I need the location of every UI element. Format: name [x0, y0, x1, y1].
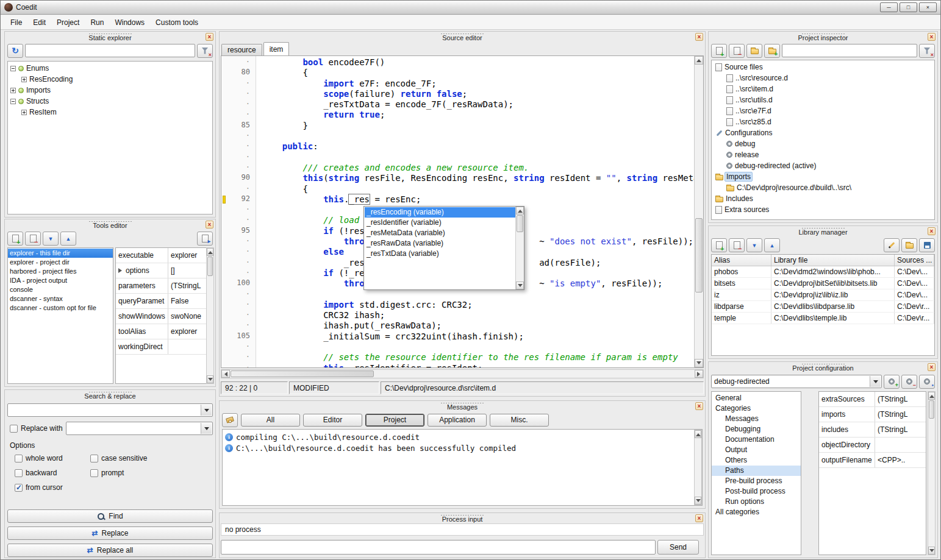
- tool-item-dscanner-syntax[interactable]: dscanner - syntax: [8, 294, 113, 303]
- property-row-objectdirectory[interactable]: objectDirectory: [819, 438, 926, 453]
- close-panel-button[interactable]: [928, 227, 936, 235]
- code-line[interactable]: [262, 289, 694, 300]
- category-output[interactable]: Output: [712, 445, 801, 455]
- code-line[interactable]: this(string resFile, ResEncoding resEnc,…: [262, 173, 694, 183]
- category-categories[interactable]: Categories: [712, 403, 801, 414]
- add-folder-button[interactable]: [764, 44, 780, 58]
- filter-application-button[interactable]: Application: [428, 414, 487, 427]
- library-row-phobos[interactable]: phobosC:\Dev\dmd2\windows\lib\phob...C:\…: [712, 266, 934, 278]
- scrollbar-thumb[interactable]: [207, 257, 213, 276]
- scroll-down-button[interactable]: [695, 359, 703, 367]
- tool-item-explorer-this-file-dir[interactable]: explorer - this file dir: [8, 249, 113, 258]
- replace-term-combobox[interactable]: [66, 422, 213, 435]
- checkbox-box[interactable]: [15, 455, 23, 463]
- code-line[interactable]: /// creates and encodes a new resource i…: [262, 163, 694, 173]
- checkbox-box[interactable]: [90, 469, 98, 477]
- scroll-up-button[interactable]: [695, 56, 703, 65]
- collapse-icon[interactable]: [10, 99, 16, 104]
- completion-item-resrawdata-variable[interactable]: _resRawData (variable): [365, 238, 515, 249]
- menu-custom-tools[interactable]: Custom tools: [151, 16, 203, 29]
- dropdown-button[interactable]: [870, 376, 881, 387]
- titlebar[interactable]: Coedit ─ □ ×: [1, 1, 940, 15]
- clear-filter-button[interactable]: ×: [919, 44, 935, 58]
- code-line[interactable]: [262, 131, 694, 141]
- inspector-src-e7f-d[interactable]: ..\src\e7F.d: [712, 105, 934, 116]
- scrollbar-thumb[interactable]: [929, 400, 934, 419]
- property-value[interactable]: (TStringL: [875, 407, 926, 422]
- scroll-down-button[interactable]: [207, 375, 213, 383]
- panel-header[interactable]: Project configuration: [709, 362, 937, 372]
- category-all-categories[interactable]: All categories: [712, 507, 801, 517]
- inspector-release[interactable]: release: [712, 149, 934, 160]
- tool-item-explorer-project-dir[interactable]: explorer - project dir: [8, 258, 113, 267]
- close-panel-button[interactable]: [928, 33, 936, 41]
- panel-header[interactable]: Process input: [220, 513, 705, 523]
- filter-all-button[interactable]: All: [241, 414, 300, 427]
- code-line[interactable]: {: [262, 68, 694, 78]
- checkbox-box[interactable]: [10, 425, 18, 433]
- code-line[interactable]: _resTxtData = encode_7F(_resRawData);: [262, 99, 694, 110]
- code-line[interactable]: CRC32 ihash;: [262, 310, 694, 321]
- replace-all-button[interactable]: Replace all: [7, 544, 213, 557]
- property-value[interactable]: explorer: [168, 324, 207, 339]
- option-from-cursor[interactable]: from cursor: [15, 480, 90, 495]
- property-value[interactable]: []: [168, 263, 207, 278]
- find-button[interactable]: Find: [7, 509, 213, 523]
- property-row-outputfilename[interactable]: outputFilename<CPP>..: [819, 453, 926, 468]
- filter-editor-button[interactable]: Editor: [303, 414, 362, 427]
- move-library-up-button[interactable]: [764, 238, 780, 252]
- remove-tool-button[interactable]: [25, 232, 41, 246]
- symbol-resencoding[interactable]: ResEncoding: [8, 74, 212, 85]
- scroll-down-button[interactable]: [516, 282, 524, 289]
- scrollbar-thumb[interactable]: [695, 218, 703, 293]
- category-debugging[interactable]: Debugging: [712, 424, 801, 434]
- move-tool-up-button[interactable]: [60, 232, 76, 246]
- property-row-includes[interactable]: includes(TStringL: [819, 422, 926, 438]
- code-line[interactable]: import std.digest.crc: CRC32;: [262, 300, 694, 310]
- configuration-scrollbar[interactable]: [928, 391, 936, 555]
- panel-header[interactable]: Source editor: [220, 32, 705, 41]
- property-row-imports[interactable]: imports(TStringL: [819, 407, 926, 422]
- inspector-src-z85-d[interactable]: ..\src\z85.d: [712, 116, 934, 127]
- category-others[interactable]: Others: [712, 455, 801, 466]
- editor-tab-resource[interactable]: resource: [221, 44, 262, 55]
- checkbox-box[interactable]: [15, 469, 23, 477]
- menu-run[interactable]: Run: [85, 16, 109, 29]
- property-row-parameters[interactable]: parameters(TStringL: [116, 278, 207, 294]
- code-line[interactable]: [262, 152, 694, 163]
- close-panel-button[interactable]: [206, 33, 213, 41]
- expand-icon[interactable]: [10, 88, 16, 93]
- option-backward[interactable]: backward: [15, 466, 90, 480]
- menu-edit[interactable]: Edit: [28, 16, 51, 29]
- code-line[interactable]: import e7F: encode_7F;: [262, 79, 694, 89]
- inspector-source-files[interactable]: Source files: [712, 62, 934, 73]
- property-value[interactable]: explorer: [168, 248, 207, 263]
- process-input-field[interactable]: [221, 540, 656, 555]
- scroll-up-button[interactable]: [516, 207, 524, 214]
- message-row[interactable]: compiling C:\...\build\resource.d.coedit: [223, 431, 702, 442]
- inspector-debug[interactable]: debug: [712, 138, 934, 149]
- expand-icon[interactable]: [21, 110, 27, 115]
- menu-file[interactable]: File: [5, 16, 27, 29]
- editor-tab-item[interactable]: item: [263, 42, 290, 55]
- inspector-extra-sources[interactable]: Extra sources: [712, 204, 934, 215]
- configuration-selector[interactable]: debug-redirected: [711, 375, 882, 388]
- property-row-options[interactable]: options[]: [116, 263, 207, 278]
- completion-item-residentifier-variable[interactable]: _resIdentifier (variable): [365, 218, 515, 228]
- close-panel-button[interactable]: [695, 402, 703, 410]
- scroll-up-button[interactable]: [695, 430, 701, 438]
- completion-item-resmetadata-variable[interactable]: _resMetaData (variable): [365, 228, 515, 238]
- popup-scrollbar[interactable]: [515, 207, 524, 289]
- replace-button[interactable]: Replace: [7, 526, 213, 540]
- symbol-imports[interactable]: Imports: [8, 85, 212, 96]
- inspector-src-resource-d[interactable]: ..\src\resource.d: [712, 73, 934, 83]
- library-row-bitsets[interactable]: bitsetsC:\Dev\dproj\bitSet\lib\bitsets.l…: [712, 278, 934, 289]
- tool-item-console[interactable]: console: [8, 285, 113, 294]
- add-library-button[interactable]: [711, 238, 727, 252]
- column-header-sources[interactable]: Sources ...: [895, 255, 934, 266]
- inspector-filter-input[interactable]: [782, 44, 917, 57]
- scroll-down-button[interactable]: [928, 547, 935, 555]
- inspector-includes[interactable]: Includes: [712, 193, 934, 204]
- clear-filter-button[interactable]: ×: [197, 44, 213, 58]
- tools-scrollbar[interactable]: [206, 247, 214, 384]
